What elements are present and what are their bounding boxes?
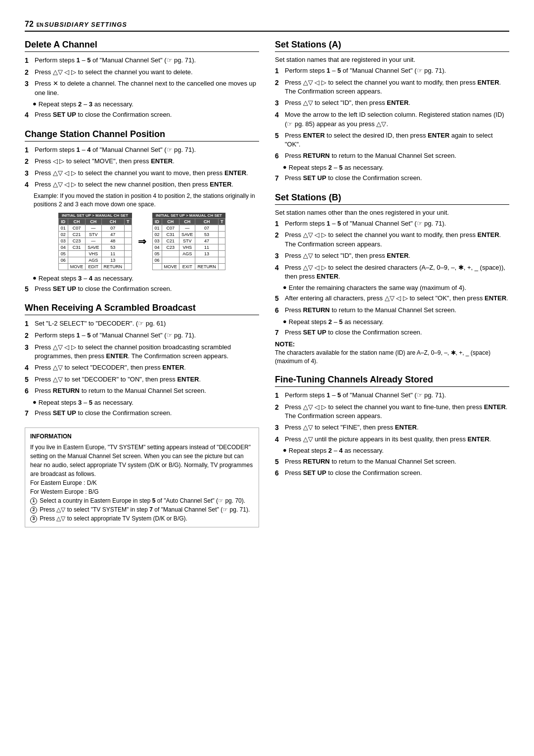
bullet-ft-repeat: ● Repeat steps 2 – 4 as necessary. — [283, 446, 509, 455]
bullet-delete-repeat: ● Repeat steps 2 – 3 as necessary. — [33, 100, 259, 109]
main-content: Delete A Channel 1 Perform steps 1 – 5 o… — [25, 40, 509, 527]
section-title-stations-b: Set Stations (B) — [275, 192, 509, 205]
step-scrambled-7: 7 Press SET UP to close the Confirmation… — [25, 409, 259, 419]
step-change-1: 1 Perform steps 1 – 4 of "Manual Channel… — [25, 145, 259, 155]
bullet-sb-repeat: ● Repeat steps 2 – 5 as necessary. — [283, 318, 509, 327]
step-sa-3: 3 Press △▽ to select "ID", then press EN… — [275, 98, 509, 108]
page-container: 72 EN SUBSIDIARY SETTINGS Delete A Chann… — [25, 20, 509, 527]
info-box-title: INFORMATION — [30, 432, 254, 441]
step-sb-4: 4 Press △▽ ◁ ▷ to select the desired cha… — [275, 263, 509, 282]
step-sb-2: 2 Press △▽ ◁ ▷ to select the channel you… — [275, 231, 509, 249]
step-sa-2: 2 Press △▽ ◁ ▷ to select the channel you… — [275, 78, 509, 97]
step-sb-6: 6 Press RETURN to return to the Manual C… — [275, 306, 509, 316]
section-fine-tuning: Fine-Tuning Channels Already Stored 1 Pe… — [275, 375, 509, 478]
step-scrambled-3: 3 Press △▽ ◁ ▷ to select the channel pos… — [25, 343, 259, 362]
step-delete-2: 2 Press △▽ ◁ ▷ to select the channel you… — [25, 68, 259, 78]
note-text-sb: The characters available for the station… — [275, 349, 509, 366]
section-title-scrambled: When Receiving A Scrambled Broadcast — [25, 303, 259, 315]
info-box-body: If you live in Eastern Europe, "TV SYSTE… — [30, 443, 254, 523]
page-en-label: EN — [37, 22, 44, 28]
step-change-5: 5 Press SET UP to close the Confirmation… — [25, 284, 259, 294]
step-ft-2: 2 Press △▽ ◁ ▷ to select the channel you… — [275, 403, 509, 422]
info-circle-3: 3 — [30, 516, 37, 522]
section-set-stations-a: Set Stations (A) Set station names that … — [275, 40, 509, 184]
step-scrambled-5: 5 Press △▽ to set "DECODER" to "ON", the… — [25, 375, 259, 385]
bullet-change-repeat: ● Repeat steps 3 – 4 as necessary. — [33, 274, 259, 283]
step-ft-1: 1 Perform steps 1 – 5 of "Manual Channel… — [275, 391, 509, 401]
right-column: Set Stations (A) Set station names that … — [275, 40, 509, 527]
section-change-station: Change Station Channel Position 1 Perfor… — [25, 129, 259, 294]
step-scrambled-2: 2 Perform steps 1 – 5 of "Manual Channel… — [25, 331, 259, 341]
step-sa-1: 1 Perform steps 1 – 5 of "Manual Channel… — [275, 66, 509, 76]
table-before: INITIAL SET UP > MANUAL CH SET IDCHCHCHT… — [58, 213, 132, 270]
step-ft-4: 4 Press △▽ until the picture appears in … — [275, 435, 509, 445]
step-sa-4: 4 Move the arrow to the left ID selectio… — [275, 110, 509, 129]
page-header: 72 EN SUBSIDIARY SETTINGS — [25, 20, 509, 32]
step-change-3: 3 Press △▽ ◁ ▷ to select the channel you… — [25, 169, 259, 179]
step-change-4: 4 Press △▽ ◁ ▷ to select the new channel… — [25, 180, 259, 190]
step-sb-5: 5 After entering all characters, press △… — [275, 294, 509, 304]
bullet-sb-remaining: ● Enter the remaining characters the sam… — [283, 284, 509, 292]
stations-b-intro: Set station names other than the ones re… — [275, 209, 509, 216]
step-delete-4: 4 Press SET UP to close the Confirmation… — [25, 110, 259, 120]
step-scrambled-4: 4 Press △▽ to select "DECODER", then pre… — [25, 363, 259, 373]
section-scrambled: When Receiving A Scrambled Broadcast 1 S… — [25, 303, 259, 418]
info-circle-1: 1 — [30, 498, 37, 505]
section-title-delete: Delete A Channel — [25, 40, 259, 52]
section-set-stations-b: Set Stations (B) Set station names other… — [275, 192, 509, 366]
section-delete-channel: Delete A Channel 1 Perform steps 1 – 5 o… — [25, 40, 259, 120]
section-title-change: Change Station Channel Position — [25, 129, 259, 142]
note-label-sb: NOTE: — [275, 340, 509, 348]
step-sa-6: 6 Press RETURN to return to the Manual C… — [275, 151, 509, 161]
section-title-fine-tuning: Fine-Tuning Channels Already Stored — [275, 375, 509, 387]
information-box: INFORMATION If you live in Eastern Europ… — [25, 427, 259, 527]
page-subtitle: SUBSIDIARY SETTINGS — [44, 21, 127, 28]
bullet-sa-repeat: ● Repeat steps 2 – 5 as necessary. — [283, 163, 509, 172]
table-after: INITIAL SET UP > MANUAL CH SET IDCHCHCHT… — [152, 213, 226, 270]
left-column: Delete A Channel 1 Perform steps 1 – 5 o… — [25, 40, 259, 527]
step-ft-6: 6 Press SET UP to close the Confirmation… — [275, 469, 509, 478]
step-sb-3: 3 Press △▽ to select "ID", then press EN… — [275, 251, 509, 261]
stations-a-intro: Set station names that are registered in… — [275, 56, 509, 63]
step-ft-5: 5 Press RETURN to return to the Manual C… — [275, 457, 509, 467]
step-ft-3: 3 Press △▽ to select "FINE", then press … — [275, 423, 509, 433]
info-circle-2: 2 — [30, 507, 37, 514]
step-delete-3: 3 Press ✕ to delete a channel. The chann… — [25, 79, 259, 98]
step-scrambled-1: 1 Set "L-2 SELECT" to "DECODER". (☞ pg. … — [25, 319, 259, 329]
section-title-stations-a: Set Stations (A) — [275, 40, 509, 52]
step-sa-5: 5 Press ENTER to select the desired ID, … — [275, 131, 509, 150]
bullet-scrambled-repeat: ● Repeat steps 3 – 5 as necessary. — [33, 398, 259, 407]
arrow-right: ⇒ — [138, 236, 146, 247]
tables-illustration: INITIAL SET UP > MANUAL CH SET IDCHCHCHT… — [25, 213, 259, 270]
step-sb-1: 1 Perform steps 1 – 5 of "Manual Channel… — [275, 219, 509, 229]
example-text: Example: If you moved the station in pos… — [34, 192, 259, 209]
step-sa-7: 7 Press SET UP to close the Confirmation… — [275, 174, 509, 184]
step-delete-1: 1 Perform steps 1 – 5 of "Manual Channel… — [25, 56, 259, 66]
step-change-2: 2 Press ◁ ▷ to select "MOVE", then press… — [25, 157, 259, 167]
step-sb-7: 7 Press SET UP to close the Confirmation… — [275, 328, 509, 338]
step-scrambled-6: 6 Press RETURN to return to the Manual C… — [25, 386, 259, 396]
page-number: 72 — [25, 20, 34, 29]
